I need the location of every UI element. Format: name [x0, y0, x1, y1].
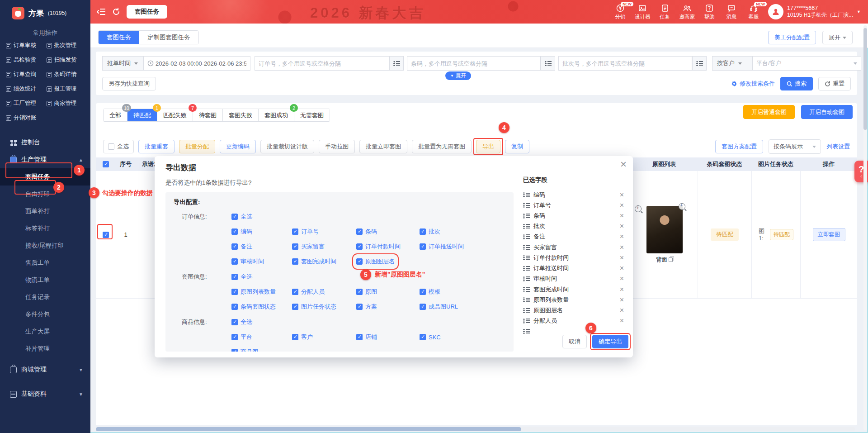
quick-item-order-query[interactable]: 订单查询: [6, 71, 47, 78]
remove-field-icon[interactable]: ×: [620, 212, 627, 220]
scrollbar-thumb[interactable]: [96, 427, 521, 431]
checkbox-review-time[interactable]: 审核时间: [231, 257, 264, 266]
horizontal-scrollbar[interactable]: [96, 427, 855, 431]
checkbox-plan[interactable]: 方案: [356, 303, 377, 311]
sidebar-item-patch-mgmt[interactable]: 补片管理: [0, 340, 90, 357]
tab-custom-taotu-task[interactable]: 定制图套图任务: [139, 31, 198, 44]
remove-field-icon[interactable]: ×: [620, 285, 627, 294]
batch-retaotu-button[interactable]: 批量重套: [138, 140, 175, 153]
quick-item-scan-ship[interactable]: 扫描发货: [47, 56, 87, 64]
checkbox-product-image[interactable]: 商品图: [231, 348, 258, 352]
barcode-filter-button[interactable]: [541, 56, 555, 71]
quick-item-merchant[interactable]: 商家管理: [47, 100, 87, 107]
drag-handle-icon[interactable]: [523, 224, 530, 229]
quick-item-order-review[interactable]: 订单审核: [6, 42, 47, 49]
quick-item-distribution[interactable]: 分销对账: [6, 114, 47, 122]
header-checkbox[interactable]: [103, 161, 109, 167]
batch-filter-button[interactable]: [692, 56, 707, 71]
quick-item-barcode-detail[interactable]: 条码详情: [47, 71, 87, 78]
time-type-select[interactable]: 推单时间: [102, 56, 144, 71]
date-range-value[interactable]: [156, 60, 246, 67]
sidebar-item-pickup-print[interactable]: 揽收/尾程打印: [0, 237, 90, 254]
remove-field-icon[interactable]: ×: [620, 201, 627, 209]
save-quick-query-button[interactable]: 另存为快捷查询: [102, 77, 156, 90]
status-tab-match-failed[interactable]: 匹配失败7: [157, 109, 193, 121]
batch-set-no-need-button[interactable]: 批量置为无需套图: [412, 140, 472, 153]
checkbox-platform[interactable]: 平台: [231, 333, 252, 341]
remove-field-icon[interactable]: ×: [620, 233, 627, 241]
sidebar-item-task-record[interactable]: 任务记录: [0, 289, 90, 306]
batch-assign-button[interactable]: 批量分配: [179, 140, 215, 153]
status-tab-to-taotu[interactable]: 待套图: [193, 109, 223, 121]
immediate-taotu-button[interactable]: 立即套图: [813, 228, 845, 241]
nav-tasks[interactable]: 任务: [657, 4, 673, 20]
copy-button[interactable]: 复制: [505, 140, 529, 153]
update-code-button[interactable]: 更新编码: [220, 140, 256, 153]
zoom-plus-icon[interactable]: [635, 205, 642, 212]
modify-search-link[interactable]: 修改搜索条件: [731, 80, 775, 88]
checkbox-pay-time[interactable]: 订单付款时间: [356, 243, 401, 251]
quick-item-batch-mgmt[interactable]: 批次管理: [47, 42, 87, 49]
drag-handle-icon[interactable]: [523, 286, 530, 292]
drag-handle-icon[interactable]: [523, 244, 530, 250]
nav-distribution[interactable]: NEW 分销: [613, 4, 628, 20]
taotu-plan-config-button[interactable]: 套图方案配置: [715, 140, 763, 153]
checkbox-product-select-all[interactable]: 全选: [231, 318, 252, 326]
checkbox-taotu-finish-time[interactable]: 套图完成时间: [292, 257, 336, 266]
collapse-menu-icon[interactable]: [97, 8, 106, 15]
checkbox-icon[interactable]: [108, 143, 114, 150]
refresh-icon[interactable]: [112, 8, 120, 16]
checkbox-origin-image[interactable]: 原图: [356, 288, 377, 296]
checkbox-order-select-all[interactable]: 全选: [231, 213, 252, 221]
sidebar-item-label-reprint[interactable]: 标签补打: [0, 220, 90, 237]
remove-field-icon[interactable]: ×: [620, 264, 627, 272]
barcode-input[interactable]: [411, 60, 537, 67]
quick-item-performance[interactable]: 绩效统计: [6, 85, 47, 93]
expand-button[interactable]: 展开: [822, 31, 853, 44]
remove-field-icon[interactable]: ×: [620, 275, 627, 283]
drag-handle-icon[interactable]: [523, 202, 530, 208]
checkbox-origin-list-count[interactable]: 原图列表数量: [231, 288, 276, 296]
remove-field-icon[interactable]: ×: [620, 306, 627, 314]
remove-field-icon[interactable]: ×: [620, 296, 627, 304]
checkbox-batch[interactable]: 批次: [420, 228, 440, 236]
sidebar-item-big-screen[interactable]: 生产大屏: [0, 323, 90, 340]
nav-support[interactable]: NEW 客服: [746, 4, 761, 20]
status-tab-taotu-success[interactable]: 套图成功2: [259, 109, 294, 121]
checkbox-barcode-taotu-status[interactable]: 条码套图状态: [231, 303, 276, 311]
customer-type-select[interactable]: 按客户: [712, 56, 753, 71]
remove-field-icon[interactable]: ×: [620, 191, 627, 199]
confirm-export-button[interactable]: 确定导出 6: [592, 335, 628, 348]
tab-taotu-task[interactable]: 套图任务: [99, 31, 139, 44]
checkbox-customer[interactable]: 客户: [292, 333, 313, 341]
expand-filters-pill[interactable]: ▼展开: [445, 71, 471, 80]
date-range-input[interactable]: [144, 56, 250, 71]
checkbox-image-task-status[interactable]: 图片任务状态: [292, 303, 336, 311]
designer-assign-config-button[interactable]: 美工分配配置: [768, 31, 816, 44]
copy-icon[interactable]: [669, 257, 673, 262]
quick-item-factory[interactable]: 工厂管理: [6, 100, 47, 107]
checkbox-barcode[interactable]: 条码: [356, 228, 377, 236]
drag-handle-icon[interactable]: [523, 276, 530, 282]
checkbox-push-time[interactable]: 订单推送时间: [420, 243, 464, 251]
drag-handle-icon[interactable]: [523, 328, 530, 334]
nav-messages[interactable]: 消息: [724, 4, 739, 20]
remove-field-icon[interactable]: ×: [620, 222, 627, 230]
app-logo[interactable]: 方果 (10195): [0, 0, 90, 21]
remove-field-icon[interactable]: ×: [620, 243, 627, 252]
checkbox-remark[interactable]: 备注: [231, 243, 252, 251]
checkbox-assignee[interactable]: 分配人员: [292, 288, 325, 296]
checkbox-code[interactable]: 编码: [231, 228, 252, 236]
nav-designer[interactable]: 设计器: [635, 4, 651, 20]
list-settings-link[interactable]: 列表设置: [826, 140, 850, 153]
batch-immediate-taotu-button[interactable]: 批量立即套图: [359, 140, 407, 153]
checkbox-taotu-select-all[interactable]: 全选: [231, 273, 252, 281]
sidebar-item-mall[interactable]: 商城管理 ▼: [0, 361, 90, 378]
zoom-plus-icon[interactable]: [679, 203, 685, 210]
close-icon[interactable]: ×: [620, 159, 627, 170]
drag-handle-icon[interactable]: [523, 318, 530, 324]
sidebar-item-console[interactable]: 控制台: [0, 134, 90, 151]
remove-field-icon[interactable]: ×: [620, 317, 627, 325]
checkbox-finished-url[interactable]: 成品图URL: [420, 303, 458, 311]
sidebar-item-base-data[interactable]: 基础资料 ▼: [0, 385, 90, 403]
